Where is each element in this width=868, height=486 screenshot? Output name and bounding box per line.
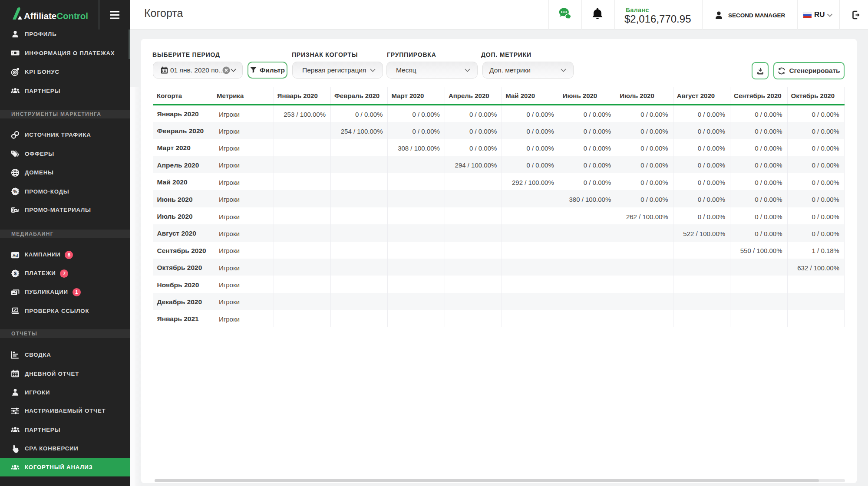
svg-text:$: $ bbox=[14, 271, 17, 276]
svg-text:Ad: Ad bbox=[13, 253, 18, 257]
svg-text:%: % bbox=[13, 189, 17, 194]
